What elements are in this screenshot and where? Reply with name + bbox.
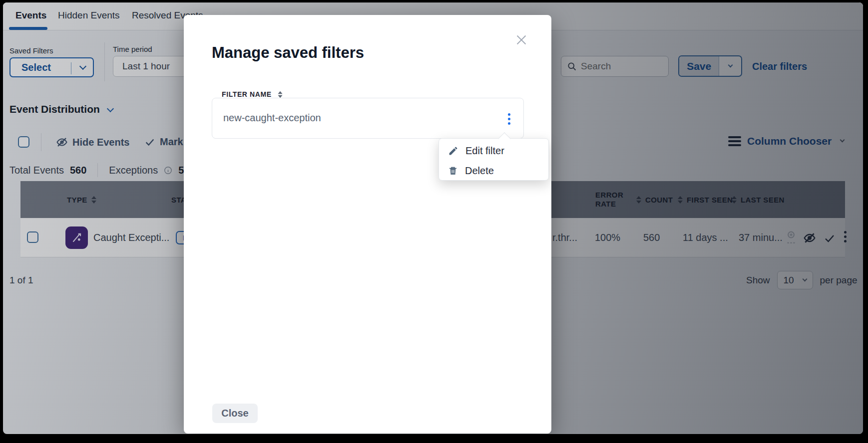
trash-icon	[448, 166, 458, 176]
manage-saved-filters-modal: Manage saved filters FILTER NAME new-cau…	[184, 15, 551, 434]
edit-filter-label: Edit filter	[465, 145, 504, 157]
filter-context-menu: Edit filter Delete	[438, 138, 549, 181]
pencil-icon	[448, 146, 458, 156]
sort-icon	[278, 91, 282, 98]
saved-filter-row: new-caught-exception	[212, 98, 524, 139]
modal-close-button[interactable]: Close	[212, 404, 258, 423]
edit-filter-menu-item[interactable]: Edit filter	[439, 141, 548, 161]
modal-title: Manage saved filters	[212, 44, 364, 62]
filter-kebab-menu-button[interactable]	[506, 111, 512, 127]
filter-name-column-header[interactable]: FILTER NAME	[222, 90, 283, 98]
delete-filter-label: Delete	[465, 165, 494, 177]
app-window: Events Hidden Events Resolved Events Sav…	[3, 2, 863, 434]
delete-filter-menu-item[interactable]: Delete	[439, 161, 548, 181]
saved-filter-name: new-caught-exception	[223, 112, 321, 124]
close-icon[interactable]	[514, 33, 528, 47]
